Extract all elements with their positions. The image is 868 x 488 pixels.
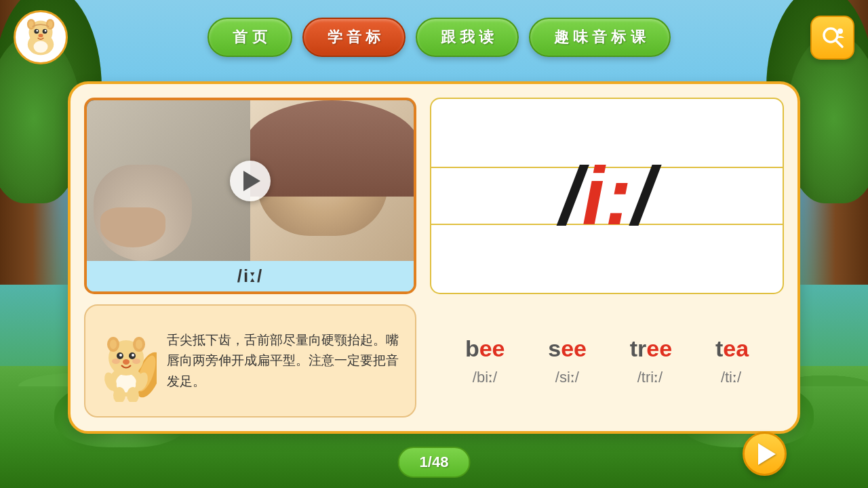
- phonetic-description: 舌尖抵下齿，舌前部尽量向硬颚抬起。嘴唇向两旁伸开成扁平型。注意一定要把音发足。: [167, 330, 405, 392]
- svg-point-29: [123, 359, 130, 365]
- play-icon: [243, 171, 260, 191]
- word-item-see: see: [548, 336, 587, 362]
- word-see: see: [548, 336, 587, 362]
- word-see-vowel: ee: [561, 336, 587, 361]
- svg-point-30: [112, 359, 120, 364]
- phonetics-bottom-row: /biː/ /siː/ /triː/ /tiː/: [443, 369, 770, 386]
- svg-line-14: [835, 40, 842, 47]
- svg-point-24: [136, 340, 142, 349]
- next-arrow-icon: [758, 443, 776, 465]
- word-tea: tea: [715, 336, 749, 362]
- nav-phonics-button[interactable]: 学 音 标: [302, 18, 406, 57]
- main-card: /iː/ /i:/: [68, 81, 800, 434]
- phonetic-bee: /biː/: [473, 369, 497, 386]
- word-bee-vowel: ee: [479, 336, 505, 361]
- video-player: [87, 100, 414, 261]
- svg-point-15: [837, 28, 843, 34]
- nav-fun-button[interactable]: 趣 味 音 标 课: [529, 18, 670, 57]
- nav-buttons: 首 页 学 音 标 跟 我 读 趣 味 音 标 课: [78, 18, 800, 57]
- svg-point-31: [132, 359, 140, 364]
- mascot-squirrel: [96, 327, 157, 395]
- header: 首 页 学 音 标 跟 我 读 趣 味 音 标 课: [0, 0, 868, 75]
- description-box: 舌尖抵下齿，舌前部尽量向硬颚抬起。嘴唇向两旁伸开成扁平型。注意一定要把音发足。: [84, 304, 416, 418]
- phonetic-tree-text: /triː/: [637, 369, 663, 386]
- nav-home-button[interactable]: 首 页: [208, 18, 292, 57]
- svg-point-27: [119, 354, 122, 357]
- svg-point-23: [110, 340, 117, 349]
- phonetic-see: /siː/: [555, 369, 579, 386]
- phonetic-bee-text: /biː/: [473, 369, 497, 386]
- logo-button[interactable]: [14, 10, 68, 64]
- phonetic-symbol-display: /i:/: [559, 155, 654, 237]
- video-phonetic-label: /iː/: [87, 261, 414, 291]
- video-section: /iː/: [84, 98, 416, 294]
- svg-point-11: [39, 34, 43, 37]
- next-button[interactable]: [743, 432, 787, 476]
- word-item-bee: bee: [465, 336, 505, 362]
- nav-read-button[interactable]: 跟 我 读: [416, 18, 519, 57]
- example-words-section: bee see tree tea /biː/ /siː/: [430, 304, 784, 418]
- video-right-frame: [250, 100, 414, 261]
- svg-point-10: [45, 30, 47, 32]
- squirrel-logo-icon: [17, 14, 64, 61]
- word-item-tree: tree: [630, 336, 672, 362]
- main-bottom-section: 舌尖抵下齿，舌前部尽量向硬颚抬起。嘴唇向两旁伸开成扁平型。注意一定要把音发足。 …: [84, 304, 784, 418]
- word-bee: bee: [465, 336, 505, 362]
- phonetic-tea: /tiː/: [721, 369, 741, 386]
- svg-point-9: [36, 30, 38, 32]
- mascot-squirrel-icon: [96, 327, 157, 402]
- main-top-section: /iː/ /i:/: [84, 98, 784, 294]
- phonetic-red-vowel: i:: [582, 150, 631, 241]
- search-button[interactable]: [810, 16, 854, 60]
- phonetic-tree: /triː/: [637, 369, 663, 386]
- play-button[interactable]: [230, 161, 271, 201]
- video-left-frame: [87, 100, 250, 261]
- svg-point-12: [34, 41, 48, 53]
- word-item-tea: tea: [715, 336, 749, 362]
- word-tree: tree: [630, 336, 672, 362]
- video-container: /iː/: [84, 98, 416, 294]
- words-top-row: bee see tree tea: [443, 336, 770, 362]
- word-tree-vowel: ee: [646, 336, 672, 361]
- svg-point-28: [132, 354, 134, 357]
- phonetic-see-text: /siː/: [555, 369, 579, 386]
- word-tea-vowel: ea: [723, 336, 749, 361]
- phonetic-symbol-card: /i:/: [430, 98, 784, 294]
- search-icon: [820, 24, 846, 50]
- phonetic-tea-text: /tiː/: [721, 369, 741, 386]
- page-counter: 1/48: [398, 447, 471, 478]
